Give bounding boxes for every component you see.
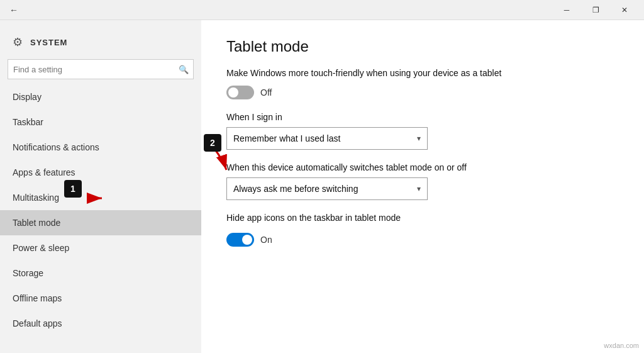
title-bar-controls: ─ ❐ ✕ <box>552 0 639 20</box>
watermark: wxdan.com <box>604 342 639 349</box>
sign-in-label: When I sign in <box>226 112 619 122</box>
sidebar-item-storage[interactable]: Storage <box>0 261 201 286</box>
sidebar: ⚙ SYSTEM 🔍 Display Taskbar Notifications… <box>0 20 201 353</box>
hide-icons-toggle-track <box>226 233 254 247</box>
page-title: Tablet mode <box>226 38 619 55</box>
hide-icons-toggle-thumb <box>242 235 252 245</box>
auto-switch-label: When this device automatically switches … <box>226 162 619 172</box>
auto-switch-select[interactable]: Always ask me before switching ▾ <box>226 177 428 200</box>
sidebar-item-offline-maps[interactable]: Offline maps <box>0 286 201 311</box>
touch-toggle-row: Off <box>226 86 619 99</box>
sidebar-header: ⚙ SYSTEM <box>0 25 201 59</box>
sidebar-item-default-apps[interactable]: Default apps <box>0 311 201 336</box>
chevron-down-icon: ▾ <box>417 134 421 143</box>
sidebar-item-notifications[interactable]: Notifications & actions <box>0 135 201 160</box>
hide-icons-toggle-row: On <box>226 233 619 247</box>
hide-icons-toggle-label: On <box>260 235 272 245</box>
sidebar-item-power-sleep[interactable]: Power & sleep <box>0 235 201 261</box>
close-button[interactable]: ✕ <box>610 0 639 20</box>
touch-toggle-track <box>226 86 254 99</box>
sidebar-item-taskbar[interactable]: Taskbar <box>0 109 201 135</box>
touch-toggle[interactable] <box>226 86 254 99</box>
chevron-down-icon-2: ▾ <box>417 184 421 193</box>
touch-setting-label: Make Windows more touch-friendly when us… <box>226 68 528 78</box>
auto-switch-value: Always ask me before switching <box>233 184 358 194</box>
hide-icons-label: Hide app icons on the taskbar in tablet … <box>226 213 528 223</box>
sign-in-value: Remember what I used last <box>233 133 340 143</box>
sidebar-item-tablet-mode[interactable]: Tablet mode <box>0 210 201 235</box>
system-icon: ⚙ <box>13 35 23 49</box>
search-bar: 🔍 <box>8 59 194 79</box>
touch-toggle-label: Off <box>260 87 272 98</box>
title-bar-left: ← <box>5 1 23 19</box>
sidebar-title: SYSTEM <box>30 38 67 47</box>
touch-toggle-thumb <box>228 87 238 98</box>
minimize-button[interactable]: ─ <box>552 0 581 20</box>
restore-button[interactable]: ❐ <box>581 0 610 20</box>
sidebar-item-apps[interactable]: Apps & features <box>0 160 201 185</box>
back-button[interactable]: ← <box>5 1 23 19</box>
title-bar: ← ─ ❐ ✕ <box>0 0 644 20</box>
content-area: Tablet mode Make Windows more touch-frie… <box>201 20 644 353</box>
sidebar-item-multitasking[interactable]: Multitasking <box>0 185 201 210</box>
search-icon: 🔍 <box>179 65 189 74</box>
search-input[interactable] <box>8 59 194 79</box>
hide-icons-toggle[interactable] <box>226 233 254 247</box>
sidebar-item-display[interactable]: Display <box>0 84 201 109</box>
main-container: ⚙ SYSTEM 🔍 Display Taskbar Notifications… <box>0 20 644 353</box>
sign-in-select[interactable]: Remember what I used last ▾ <box>226 127 428 150</box>
